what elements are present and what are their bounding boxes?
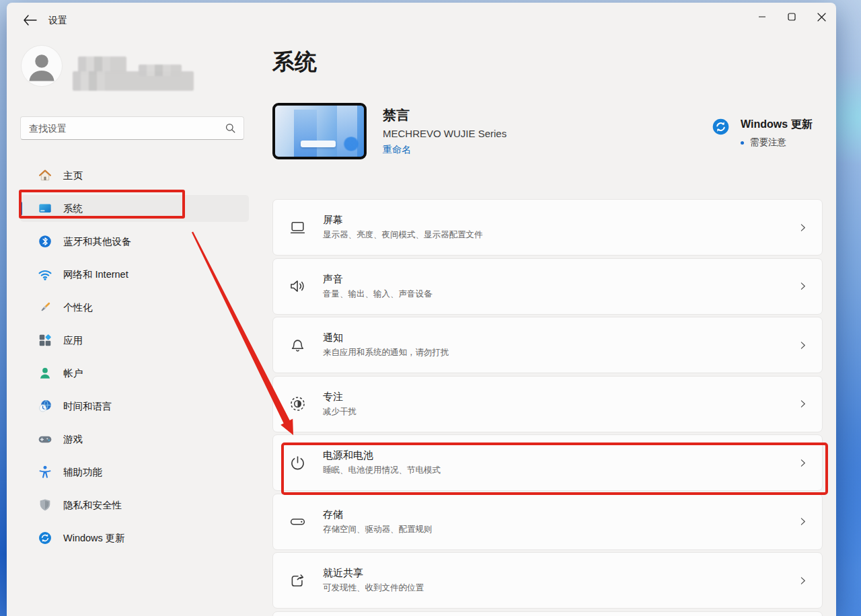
card-subtitle: 来自应用和系统的通知，请勿打扰 xyxy=(323,347,449,358)
close-icon xyxy=(817,13,826,22)
sidebar-item-network[interactable]: 网络和 Internet xyxy=(20,261,249,288)
privacy-shield-icon xyxy=(38,498,52,512)
sidebar-item-label: 辅助功能 xyxy=(63,466,102,479)
notifications-bell-icon xyxy=(289,336,307,354)
accounts-icon xyxy=(38,366,52,381)
window-controls xyxy=(747,5,836,28)
accessibility-icon xyxy=(38,465,52,479)
sidebar-item-system[interactable]: 系统 xyxy=(20,195,249,222)
card-focus[interactable]: 专注 减少干扰 xyxy=(272,376,823,432)
sidebar-item-label: 游戏 xyxy=(63,433,83,446)
focus-icon xyxy=(289,395,307,413)
card-sound[interactable]: 声音 音量、输出、输入、声音设备 xyxy=(272,258,823,315)
avatar[interactable] xyxy=(22,46,62,86)
gaming-gamepad-icon xyxy=(38,432,52,447)
maximize-icon xyxy=(788,13,796,21)
display-icon xyxy=(289,219,307,237)
sidebar-item-home[interactable]: 主页 xyxy=(20,162,249,189)
card-partial[interactable] xyxy=(272,611,823,616)
chevron-right-icon xyxy=(797,222,809,233)
apps-icon xyxy=(38,333,52,348)
minimize-icon xyxy=(758,13,766,21)
chevron-right-icon xyxy=(797,457,809,469)
search-box xyxy=(20,116,244,140)
sidebar-item-label: 隐私和安全性 xyxy=(63,499,122,512)
person-icon xyxy=(22,46,62,86)
chevron-right-icon xyxy=(797,575,809,586)
card-subtitle: 睡眠、电池使用情况、节电模式 xyxy=(323,465,441,476)
card-subtitle: 显示器、亮度、夜间模式、显示器配置文件 xyxy=(323,229,483,241)
sidebar-item-bluetooth[interactable]: 蓝牙和其他设备 xyxy=(20,228,249,255)
storage-drive-icon xyxy=(289,512,307,531)
attention-dot xyxy=(741,141,744,145)
sidebar-item-label: 主页 xyxy=(63,169,83,182)
sidebar-item-label: 时间和语言 xyxy=(63,400,112,413)
windows-update-panel[interactable]: Windows 更新 需要注意 xyxy=(712,118,813,149)
thumbnail-art xyxy=(337,106,357,159)
sidebar-item-label: 个性化 xyxy=(63,301,93,314)
personalization-brush-icon xyxy=(38,300,52,315)
sidebar-item-accessibility[interactable]: 辅助功能 xyxy=(20,459,249,486)
window-title: 设置 xyxy=(48,15,67,27)
card-subtitle: 减少干扰 xyxy=(323,406,357,418)
bluetooth-icon xyxy=(38,234,52,249)
sidebar-item-label: 帐户 xyxy=(63,367,83,380)
back-arrow-icon xyxy=(24,15,37,26)
card-title: 声音 xyxy=(323,273,433,286)
card-title: 存储 xyxy=(323,508,433,521)
card-storage[interactable]: 存储 存储空间、驱动器、配置规则 xyxy=(272,494,823,550)
sidebar-item-time-language[interactable]: 时间和语言 xyxy=(20,393,249,420)
chevron-right-icon xyxy=(797,516,809,527)
sidebar-item-privacy[interactable]: 隐私和安全性 xyxy=(20,492,249,518)
card-title: 电源和电池 xyxy=(323,449,441,462)
card-display[interactable]: 屏幕 显示器、亮度、夜间模式、显示器配置文件 xyxy=(272,199,823,256)
card-nearby-share[interactable]: 就近共享 可发现性、收到文件的位置 xyxy=(272,552,823,609)
system-icon xyxy=(38,201,52,216)
device-name: 禁言 xyxy=(383,106,507,124)
sidebar-item-windows-update[interactable]: Windows 更新 xyxy=(20,525,249,551)
back-button[interactable] xyxy=(20,11,40,29)
minimize-button[interactable] xyxy=(747,5,777,28)
card-notifications[interactable]: 通知 来自应用和系统的通知，请勿打扰 xyxy=(272,317,823,373)
card-title: 屏幕 xyxy=(323,214,483,227)
chevron-right-icon xyxy=(797,340,809,351)
thumbnail-art xyxy=(294,110,317,157)
windows-update-title: Windows 更新 xyxy=(741,118,813,132)
sound-icon xyxy=(289,277,307,295)
update-status-text: 需要注意 xyxy=(750,137,786,149)
redacted-username xyxy=(139,65,182,76)
sidebar-item-apps[interactable]: 应用 xyxy=(20,327,249,354)
home-icon xyxy=(38,168,52,183)
search-input[interactable] xyxy=(21,123,225,134)
sidebar-item-gaming[interactable]: 游戏 xyxy=(20,426,249,453)
sidebar-item-label: 蓝牙和其他设备 xyxy=(63,235,132,248)
card-power-battery[interactable]: 电源和电池 睡眠、电池使用情况、节电模式 xyxy=(272,434,823,491)
sidebar-item-personalization[interactable]: 个性化 xyxy=(20,294,249,321)
device-model: MECHREVO WUJIE Series xyxy=(383,128,507,139)
maximize-button[interactable] xyxy=(777,5,807,28)
card-subtitle: 存储空间、驱动器、配置规则 xyxy=(323,524,433,535)
nearby-share-icon xyxy=(289,572,307,590)
thumbnail-art xyxy=(301,141,336,147)
close-button[interactable] xyxy=(807,5,836,28)
power-icon xyxy=(289,454,307,472)
titlebar: 设置 xyxy=(7,3,836,34)
network-wifi-icon xyxy=(38,267,52,282)
sidebar-nav: 主页 系统 蓝牙和其他设备 网络和 Internet 个性化 应用 帐户 xyxy=(20,162,249,557)
rename-link[interactable]: 重命名 xyxy=(383,144,411,156)
sidebar-item-accounts[interactable]: 帐户 xyxy=(20,360,249,387)
chevron-right-icon xyxy=(797,398,809,410)
device-thumbnail xyxy=(272,103,367,159)
time-language-icon xyxy=(38,399,52,414)
settings-cards: 屏幕 显示器、亮度、夜间模式、显示器配置文件 声音 音量、输出、输入、声音设备 … xyxy=(272,199,823,616)
sidebar-item-label: 系统 xyxy=(63,202,83,215)
card-subtitle: 可发现性、收到文件的位置 xyxy=(323,582,424,594)
card-title: 专注 xyxy=(323,391,357,403)
windows-update-icon xyxy=(712,118,730,136)
card-title: 就近共享 xyxy=(323,567,424,580)
sidebar-item-label: 应用 xyxy=(63,334,83,347)
search-icon[interactable] xyxy=(225,122,236,134)
sidebar-item-label: 网络和 Internet xyxy=(63,268,128,281)
card-subtitle: 音量、输出、输入、声音设备 xyxy=(323,288,433,300)
sidebar-item-label: Windows 更新 xyxy=(63,532,125,545)
